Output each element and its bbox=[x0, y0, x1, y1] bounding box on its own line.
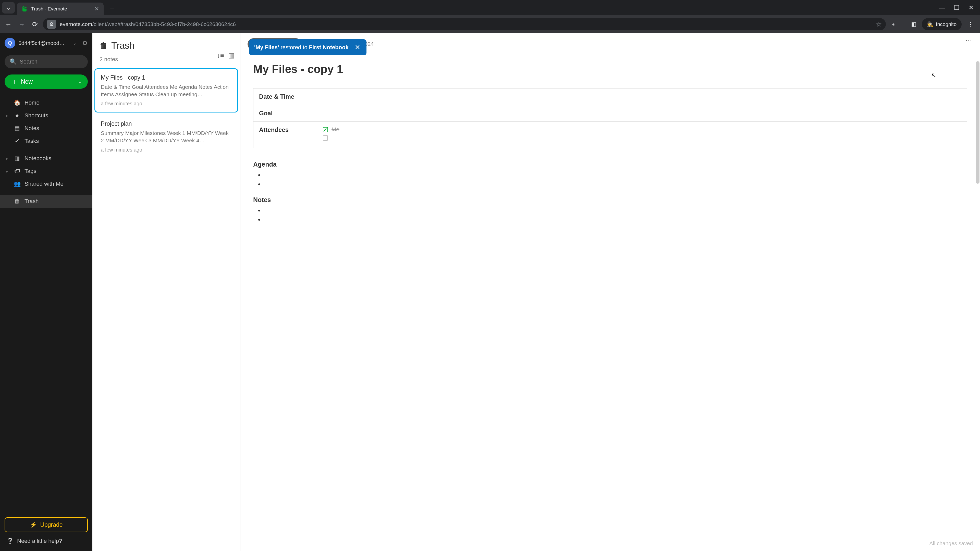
help-icon: ❔ bbox=[6, 538, 14, 545]
list-item[interactable] bbox=[263, 216, 967, 224]
upgrade-label: Upgrade bbox=[40, 521, 62, 528]
list-title: Trash bbox=[111, 40, 135, 51]
account-email: 6d44f5c4@mood… bbox=[18, 40, 70, 46]
lightning-icon: ⚡ bbox=[30, 521, 37, 528]
notebooks-icon: ▥ bbox=[14, 155, 21, 162]
trash-icon: 🗑 bbox=[100, 41, 108, 51]
star-icon: ★ bbox=[14, 112, 21, 119]
incognito-badge[interactable]: 🕵 Incognito bbox=[922, 18, 962, 30]
note-body: My Files - copy 1 Date & Time Goal Atten… bbox=[240, 55, 980, 233]
sidebar-item-label: Shortcuts bbox=[24, 112, 48, 119]
tab-close-button[interactable]: ✕ bbox=[94, 6, 99, 12]
toast-notebook-link[interactable]: First Notebook bbox=[309, 44, 348, 51]
side-panel-button[interactable]: ◧ bbox=[908, 19, 919, 30]
browser-toolbar: ← → ⟳ ⚙ evernote.com/client/web#/trash/0… bbox=[0, 15, 980, 33]
note-more-button[interactable]: ⋯ bbox=[966, 37, 973, 44]
tab-title: Trash - Evernote bbox=[31, 6, 91, 12]
agenda-heading: Agenda bbox=[253, 161, 967, 168]
window-minimize-button[interactable]: — bbox=[939, 4, 945, 11]
tab-search-button[interactable]: ⌄ bbox=[2, 2, 15, 14]
sidebar-item-label: Tasks bbox=[24, 138, 39, 144]
sidebar-item-trash[interactable]: 🗑 Trash bbox=[0, 195, 92, 208]
incognito-icon: 🕵 bbox=[927, 21, 933, 27]
meta-attendees-value[interactable]: ✓ Me bbox=[317, 122, 967, 148]
sidebar-item-label: Home bbox=[24, 100, 40, 106]
settings-gear-icon[interactable]: ⚙ bbox=[82, 40, 88, 47]
sidebar-nav: 🏠 Home ▸★ Shortcuts ▤ Notes ✔ Tasks ▸▥ N… bbox=[0, 93, 92, 211]
scrollbar-thumb[interactable] bbox=[976, 61, 980, 184]
sort-button[interactable]: ↓≡ bbox=[217, 52, 224, 59]
note-card[interactable]: My Files - copy 1 Date & Time Goal Atten… bbox=[94, 68, 238, 113]
list-item[interactable] bbox=[263, 181, 967, 189]
forward-button[interactable]: → bbox=[16, 19, 27, 30]
url-text: evernote.com/client/web#/trash/047353bb-… bbox=[60, 21, 872, 27]
new-button[interactable]: ＋ New ⌄ bbox=[5, 75, 88, 89]
caret-icon: ▸ bbox=[6, 113, 10, 118]
sidebar-item-shortcuts[interactable]: ▸★ Shortcuts bbox=[0, 109, 92, 122]
upgrade-button[interactable]: ⚡ Upgrade bbox=[5, 517, 88, 532]
back-button[interactable]: ← bbox=[3, 19, 14, 30]
sidebar-item-shared[interactable]: 👥 Shared with Me bbox=[0, 178, 92, 190]
scrollbar-track[interactable] bbox=[976, 61, 980, 291]
sidebar-item-tasks[interactable]: ✔ Tasks bbox=[0, 135, 92, 148]
extensions-button[interactable]: ⟐ bbox=[888, 19, 899, 30]
trash-icon: 🗑 bbox=[14, 198, 21, 205]
sidebar-item-home[interactable]: 🏠 Home bbox=[0, 97, 92, 109]
reload-button[interactable]: ⟳ bbox=[30, 19, 40, 30]
sidebar-item-label: Shared with Me bbox=[24, 181, 64, 187]
sidebar-item-label: Tags bbox=[24, 168, 36, 175]
note-card[interactable]: Project plan Summary Major Milestones We… bbox=[94, 114, 238, 159]
address-bar[interactable]: ⚙ evernote.com/client/web#/trash/047353b… bbox=[43, 18, 886, 30]
caret-icon: ▸ bbox=[6, 169, 10, 174]
note-title[interactable]: My Files - copy 1 bbox=[253, 63, 967, 76]
chevron-down-icon: ⌄ bbox=[78, 79, 82, 84]
note-card-title: Project plan bbox=[101, 121, 232, 127]
incognito-label: Incognito bbox=[936, 21, 956, 27]
home-icon: 🏠 bbox=[14, 100, 21, 106]
note-card-preview: Summary Major Milestones Week 1 MM/DD/YY… bbox=[101, 129, 232, 144]
browser-titlebar: ⌄ Trash - Evernote ✕ ＋ — ❐ ✕ bbox=[0, 0, 980, 15]
meta-table: Date & Time Goal Attendees ✓ Me bbox=[253, 88, 967, 148]
note-detail-panel: 'My Files' restored to First Notebook ✕ … bbox=[240, 33, 980, 551]
sidebar-item-notebooks[interactable]: ▸▥ Notebooks bbox=[0, 152, 92, 165]
notes-heading: Notes bbox=[253, 196, 967, 203]
list-item[interactable] bbox=[263, 207, 967, 215]
note-card-preview: Date & Time Goal Attendees Me Agenda Not… bbox=[101, 83, 232, 98]
checkbox-empty-icon[interactable] bbox=[323, 135, 328, 141]
evernote-favicon-icon bbox=[21, 6, 27, 12]
tasks-icon: ✔ bbox=[14, 138, 21, 144]
new-label: New bbox=[21, 78, 33, 85]
sidebar-item-label: Trash bbox=[24, 198, 38, 205]
view-toggle-button[interactable]: ▥ bbox=[228, 52, 234, 59]
window-maximize-button[interactable]: ❐ bbox=[954, 4, 959, 11]
sidebar-item-tags[interactable]: ▸🏷 Tags bbox=[0, 165, 92, 178]
checkbox-checked-icon[interactable]: ✓ bbox=[323, 127, 328, 132]
toolbar-divider bbox=[904, 21, 904, 28]
note-card-title: My Files - copy 1 bbox=[101, 74, 232, 81]
note-list: My Files - copy 1 Date & Time Goal Atten… bbox=[92, 67, 240, 551]
attendee-me: Me bbox=[331, 126, 339, 133]
caret-icon: ▸ bbox=[6, 156, 10, 161]
toast-close-button[interactable]: ✕ bbox=[354, 43, 361, 51]
notes-list[interactable] bbox=[253, 207, 967, 224]
meta-attendees-label: Attendees bbox=[253, 122, 317, 148]
site-info-button[interactable]: ⚙ bbox=[47, 20, 56, 29]
browser-tab[interactable]: Trash - Evernote ✕ bbox=[17, 3, 103, 15]
sidebar-item-label: Notebooks bbox=[24, 155, 51, 162]
sidebar-item-label: Notes bbox=[24, 125, 39, 132]
list-item[interactable] bbox=[263, 171, 967, 179]
bookmark-star-icon[interactable]: ☆ bbox=[876, 21, 882, 28]
agenda-list[interactable] bbox=[253, 171, 967, 189]
search-input[interactable]: 🔍 Search bbox=[5, 55, 88, 68]
sidebar-item-notes[interactable]: ▤ Notes bbox=[0, 122, 92, 135]
note-card-time: a few minutes ago bbox=[101, 101, 232, 106]
new-tab-button[interactable]: ＋ bbox=[109, 3, 115, 12]
meta-goal-value[interactable] bbox=[317, 105, 967, 122]
note-card-time: a few minutes ago bbox=[101, 147, 232, 153]
browser-menu-button[interactable]: ⋮ bbox=[964, 21, 977, 27]
window-close-button[interactable]: ✕ bbox=[969, 4, 974, 11]
meta-datetime-value[interactable] bbox=[317, 89, 967, 105]
help-link[interactable]: ❔ Need a little help? bbox=[5, 532, 88, 546]
account-switcher[interactable]: Q 6d44f5c4@mood… ⌄ ⚙ bbox=[0, 38, 92, 53]
meta-datetime-label: Date & Time bbox=[253, 89, 317, 105]
